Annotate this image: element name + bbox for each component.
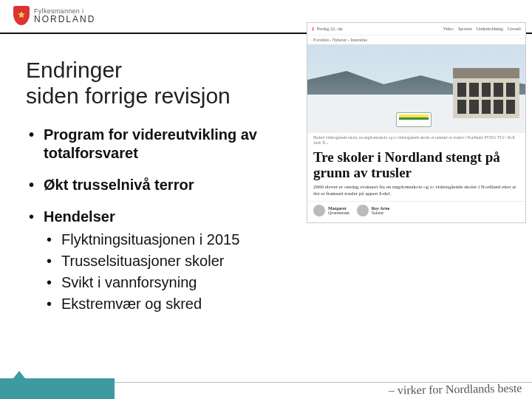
shield-icon	[13, 6, 30, 25]
news-lede: 2060 elever er onsdag evakuert fra en un…	[307, 184, 525, 202]
news-topbar: 2 Fredag 22. okt Video Sporten Underhold…	[307, 23, 525, 35]
building-icon	[453, 68, 519, 118]
byline-1-role: Qvarnstrøm	[328, 211, 349, 215]
avatar-icon	[357, 205, 369, 216]
news-site-date: Fredag 22. okt	[317, 27, 343, 31]
title-line-2: siden forrige revisjon	[26, 83, 231, 108]
news-caption: Hadsel videregående skole, en ungdomssko…	[307, 133, 525, 147]
header-logo: Fylkesmannen i NORDLAND	[13, 6, 95, 25]
news-nav-4: Livsstil	[508, 27, 521, 31]
byline-2-role: Salater	[372, 211, 384, 215]
footer-motto: – virker for Nordlands beste	[388, 381, 522, 397]
news-nav: Video Sporten Underholdning Livsstil	[443, 27, 521, 31]
news-byline: MargaretQvarnstrøm Roy ArneSalater	[307, 201, 525, 222]
footer-accent	[0, 378, 115, 399]
bullet-list: Program for videreutvikling av totalfors…	[26, 126, 299, 313]
title-line-1: Endringer	[26, 58, 122, 82]
bullet-1: Program for videreutvikling av totalfors…	[26, 126, 299, 163]
news-breadcrumb: Forsiden › Nyheter › Innenriks	[307, 35, 525, 44]
news-site-id: 2	[312, 27, 314, 31]
brand-text: Fylkesmannen i NORDLAND	[34, 8, 95, 24]
avatar-icon	[313, 205, 325, 216]
footer: – virker for Nordlands beste	[0, 369, 532, 399]
news-clipping: 2 Fredag 22. okt Video Sporten Underhold…	[307, 22, 526, 223]
slide: Fylkesmannen i NORDLAND Endringer siden …	[0, 0, 532, 399]
brand-name: NORDLAND	[34, 15, 95, 24]
news-nav-3: Underholdning	[477, 27, 503, 31]
sub-bullet-3: Svikt i vannforsyning	[44, 273, 299, 292]
police-car-icon	[396, 112, 432, 127]
news-photo	[307, 44, 525, 133]
bullet-2: Økt trusselnivå terror	[26, 176, 299, 194]
news-nav-2: Sporten	[458, 27, 472, 31]
slide-title: Endringer siden forrige revisjon	[26, 58, 231, 109]
content-area: Program for videreutvikling av totalfors…	[26, 126, 299, 327]
sub-bullet-list: Flyktningsituasjonen i 2015 Trusselsitua…	[44, 231, 299, 313]
footer-notch-icon	[13, 371, 25, 378]
sub-bullet-2: Trusselsituasjoner skoler	[44, 252, 299, 270]
sub-bullet-4: Ekstremvær og skred	[44, 295, 299, 313]
byline-1-name: Margaret	[328, 206, 347, 211]
news-headline: Tre skoler i Nordland stengt på grunn av…	[313, 150, 519, 181]
bullet-3-label: Hendelser	[44, 208, 115, 225]
bullet-3: Hendelser Flyktningsituasjonen i 2015 Tr…	[26, 208, 299, 313]
sub-bullet-1: Flyktningsituasjonen i 2015	[44, 231, 299, 249]
byline-2-name: Roy Arne	[372, 206, 390, 211]
news-nav-1: Video	[443, 27, 454, 31]
